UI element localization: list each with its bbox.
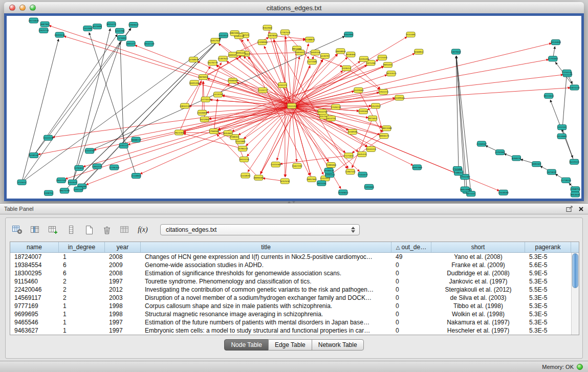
cell-name[interactable]: 9465546 — [10, 318, 59, 326]
tab-network-table[interactable]: Network Table — [312, 339, 364, 351]
column-header-short[interactable]: short — [431, 242, 525, 252]
cell-year[interactable]: 1998 — [105, 302, 141, 310]
column-header-year[interactable]: year — [105, 242, 141, 252]
cell-out_degree[interactable]: 0 — [391, 294, 431, 302]
cell-year[interactable]: 2008 — [105, 269, 141, 277]
cell-name[interactable]: 18300295 — [10, 269, 59, 277]
cell-name[interactable]: 18724007 — [10, 253, 59, 261]
new-table-button[interactable] — [81, 223, 97, 236]
column-header-title[interactable]: title — [141, 242, 391, 252]
cell-pagerank[interactable]: 5.6E-5 — [525, 261, 571, 269]
cell-pagerank[interactable]: 5.3E-5 — [525, 277, 571, 286]
minimize-window-button[interactable] — [19, 5, 26, 11]
cell-year[interactable]: 1997 — [105, 277, 141, 286]
cell-year[interactable]: 2003 — [105, 294, 141, 302]
cell-name[interactable]: 9115460 — [10, 277, 59, 286]
column-header-name[interactable]: name — [10, 242, 59, 252]
cell-short[interactable]: Jankovic et al. (1997) — [431, 277, 525, 286]
cell-in_degree[interactable]: 1 — [59, 326, 105, 335]
cell-pagerank[interactable]: 5.9E-5 — [525, 269, 571, 277]
tab-edge-table[interactable]: Edge Table — [268, 339, 312, 351]
cell-name[interactable]: 14569117 — [10, 294, 59, 302]
cell-out_degree[interactable]: 0 — [391, 302, 431, 310]
cell-name[interactable]: 19384554 — [10, 261, 59, 269]
cell-out_degree[interactable]: 0 — [391, 286, 431, 294]
table-row[interactable]: 911546021997Tourette syndrome. Phenomeno… — [10, 277, 571, 286]
cell-title[interactable]: Corpus callosum shape and size in male p… — [141, 302, 391, 310]
cell-short[interactable]: Franke et al. (2009) — [431, 261, 525, 269]
cell-year[interactable]: 1998 — [105, 310, 141, 318]
table-source-select[interactable]: citations_edges.txt — [160, 224, 360, 235]
cell-title[interactable]: Disruption of a novel member of a sodium… — [141, 294, 391, 302]
cell-title[interactable]: Genome-wide association studies in ADHD. — [141, 261, 391, 269]
cell-year[interactable]: 2008 — [105, 253, 141, 261]
import-table-button[interactable] — [117, 223, 133, 236]
cell-year[interactable]: 2012 — [105, 286, 141, 294]
cell-short[interactable]: Wolkin et al. (1998) — [431, 310, 525, 318]
cell-pagerank[interactable]: 5.3E-5 — [525, 294, 571, 302]
cell-name[interactable]: 9463627 — [10, 326, 59, 335]
cell-title[interactable]: Tourette syndrome. Phenomenology and cla… — [141, 277, 391, 286]
cell-pagerank[interactable]: 5.3E-5 — [525, 318, 571, 326]
cell-year[interactable]: 2009 — [105, 261, 141, 269]
network-graph[interactable]: 1593135013524947759916098716511801558818… — [7, 16, 581, 199]
cell-out_degree[interactable]: 0 — [391, 261, 431, 269]
cell-title[interactable]: Changes of HCN gene expression and I(f) … — [141, 253, 391, 261]
table-row[interactable]: 2242004622012Investigating the contribut… — [10, 286, 571, 294]
scrollbar-thumb[interactable] — [572, 253, 578, 288]
table-row[interactable]: 1830029562008Estimation of significance … — [10, 269, 571, 277]
cell-short[interactable]: Nakamura et al. (1997) — [431, 318, 525, 326]
show-columns-button[interactable] — [28, 223, 43, 236]
cell-title[interactable]: Embryonic stem cells: a model to study s… — [141, 326, 391, 335]
table-row[interactable]: 946362711997Embryonic stem cells: a mode… — [10, 326, 571, 335]
cell-name[interactable]: 9699695 — [10, 310, 59, 318]
close-window-button[interactable] — [9, 5, 15, 11]
cell-out_degree[interactable]: 0 — [391, 326, 431, 335]
cell-in_degree[interactable]: 2 — [59, 294, 105, 302]
vertical-scrollbar[interactable] — [571, 253, 579, 335]
table-row[interactable]: 1872400712008Changes of HCN gene express… — [10, 253, 571, 261]
cell-pagerank[interactable]: 5.5E-5 — [525, 286, 571, 294]
cell-out_degree[interactable]: 0 — [391, 310, 431, 318]
column-header-out_degree[interactable]: △out_de… — [391, 242, 431, 252]
cell-pagerank[interactable]: 5.3E-5 — [525, 253, 571, 261]
cell-in_degree[interactable]: 2 — [59, 286, 105, 294]
cell-year[interactable]: 1997 — [105, 326, 141, 335]
cell-in_degree[interactable]: 1 — [59, 310, 105, 318]
cell-short[interactable]: Dudbridge et al. (2008) — [431, 269, 525, 277]
cell-in_degree[interactable]: 1 — [59, 302, 105, 310]
create-column-button[interactable] — [46, 223, 61, 236]
cell-in_degree[interactable]: 1 — [59, 253, 105, 261]
window-titlebar[interactable]: citations_edges.txt — [4, 2, 584, 14]
table-row[interactable]: 1938455462009Genome-wide association stu… — [10, 261, 571, 269]
table-row[interactable]: 946554611997Estimation of the future num… — [10, 318, 571, 326]
row-height-button[interactable] — [63, 223, 79, 236]
cell-short[interactable]: de Silva et al. (2003) — [431, 294, 525, 302]
cell-in_degree[interactable]: 6 — [59, 269, 105, 277]
cell-pagerank[interactable]: 5.3E-5 — [525, 302, 571, 310]
table-row[interactable]: 969969511998Structural magnetic resonanc… — [10, 310, 571, 318]
graph-canvas[interactable]: 1593135013524947759916098716511801558818… — [7, 16, 581, 199]
cell-title[interactable]: Estimation of significance thresholds fo… — [141, 269, 391, 277]
cell-out_degree[interactable]: 49 — [391, 253, 431, 261]
function-builder-button[interactable]: f(x) — [135, 223, 150, 236]
cell-title[interactable]: Estimation of the future numbers of pati… — [141, 318, 391, 326]
cell-name[interactable]: 22420046 — [10, 286, 59, 294]
cell-out_degree[interactable]: 0 — [391, 318, 431, 326]
cell-in_degree[interactable]: 2 — [59, 277, 105, 286]
cell-in_degree[interactable]: 1 — [59, 318, 105, 326]
cell-short[interactable]: Stergiakouli et al. (2012) — [431, 286, 525, 294]
cell-year[interactable]: 1997 — [105, 318, 141, 326]
table-row[interactable]: 1456911722003Disruption of a novel membe… — [10, 294, 571, 302]
table-row[interactable]: 977716911998Corpus callosum shape and si… — [10, 302, 571, 310]
cell-out_degree[interactable]: 0 — [391, 269, 431, 277]
tab-node-table[interactable]: Node Table — [224, 339, 269, 351]
close-panel-button[interactable] — [578, 206, 584, 212]
cell-short[interactable]: Hescheler et al. (1997) — [431, 326, 525, 335]
table-mode-button[interactable] — [10, 223, 25, 236]
cell-pagerank[interactable]: 5.3E-5 — [525, 326, 571, 335]
delete-table-button[interactable] — [99, 223, 115, 236]
cell-title[interactable]: Investigating the contribution of common… — [141, 286, 391, 294]
zoom-window-button[interactable] — [30, 5, 36, 11]
cell-out_degree[interactable]: 0 — [391, 277, 431, 286]
